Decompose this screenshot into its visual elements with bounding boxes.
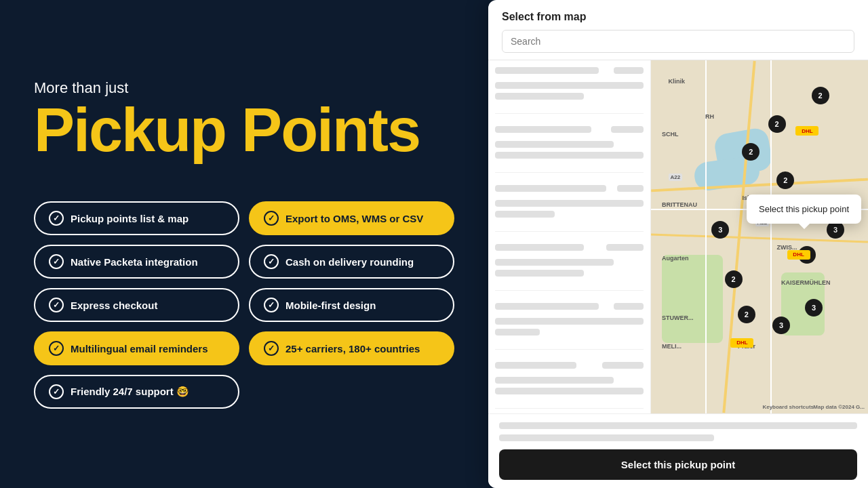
feature-label: Express checkout [71,300,157,311]
left-panel: More than just Pickup Points ✓Pickup poi… [0,0,488,488]
feature-badge-export: ✓Export to OMS, WMS or CSV [249,201,454,235]
map-container: Klinik SCHL RH Isl... BRITTENAU Augarten… [651,60,868,413]
checkmark-icon: ✓ [264,341,279,356]
map-popup[interactable]: Select this pickup point [747,195,861,224]
checkmark-icon: ✓ [264,254,279,269]
checkmark-icon: ✓ [49,254,64,269]
checkmark-icon: ✓ [264,298,279,312]
list-side[interactable] [488,60,651,413]
dhl-pin-3: DHL [730,338,753,348]
dhl-pin-1: DHL [795,126,818,136]
feature-badge-support: ✓Friendly 24/7 support 🤓 [34,375,239,409]
feature-label: Mobile-first design [285,300,376,311]
main-title: Pickup Points [34,100,454,161]
map-pin-7[interactable]: 2 [738,306,755,323]
panel-header: Select from map [488,0,868,60]
features-grid: ✓Pickup points list & map✓Export to OMS,… [34,201,454,409]
checkmark-icon: ✓ [49,384,64,399]
checkmark-icon: ✓ [49,298,64,312]
list-item [495,126,644,173]
feature-badge-cod: ✓Cash on delivery rounding [249,245,454,279]
map-pin-4[interactable]: 2 [812,87,829,104]
feature-label: Multilingual email reminders [71,343,208,354]
checkmark-icon: ✓ [264,211,279,226]
map-pin-11[interactable]: 3 [772,317,790,334]
subtitle: More than just [34,79,454,97]
feature-label: Export to OMS, WMS or CSV [285,213,423,224]
feature-badge-express: ✓Express checkout [34,288,239,322]
map-pin-8[interactable]: 3 [711,221,729,239]
select-pickup-button[interactable]: Select this pickup point [499,449,857,480]
bottom-bar: Select this pickup point [488,413,868,488]
list-item [495,185,644,232]
map-pin-3[interactable]: 2 [776,171,794,189]
map-pin-6[interactable]: 2 [725,270,743,288]
map-pin-1[interactable]: 2 [768,115,786,133]
feature-badge-multilingual: ✓Multilingual email reminders [34,331,239,365]
feature-label: Native Packeta integration [71,256,198,268]
feature-badge-pickup-map: ✓Pickup points list & map [34,201,239,235]
right-panel: Select from map [488,0,868,488]
feature-label: Pickup points list & map [71,213,189,224]
map-pin-2[interactable]: 2 [742,143,760,161]
list-item [495,244,644,291]
feature-label: Cash on delivery rounding [285,256,414,268]
feature-badge-carriers: ✓25+ carriers, 180+ countries [249,331,454,365]
feature-badge-mobile: ✓Mobile-first design [249,288,454,322]
map-pin-9[interactable]: 3 [827,221,844,239]
search-input[interactable] [502,30,854,53]
checkmark-icon: ✓ [49,341,64,356]
map-side[interactable]: Klinik SCHL RH Isl... BRITTENAU Augarten… [651,60,868,413]
feature-label: Friendly 24/7 support 🤓 [71,386,189,398]
feature-label: 25+ carriers, 180+ countries [285,343,420,354]
list-item [495,67,644,114]
panel-title: Select from map [502,11,854,23]
list-item [495,303,644,350]
dhl-pin-2: DHL [787,250,810,260]
list-item [495,362,644,409]
feature-badge-packeta: ✓Native Packeta integration [34,245,239,279]
map-pin-10[interactable]: 3 [805,299,823,317]
checkmark-icon: ✓ [49,211,64,226]
panel-content: Klinik SCHL RH Isl... BRITTENAU Augarten… [488,60,868,413]
